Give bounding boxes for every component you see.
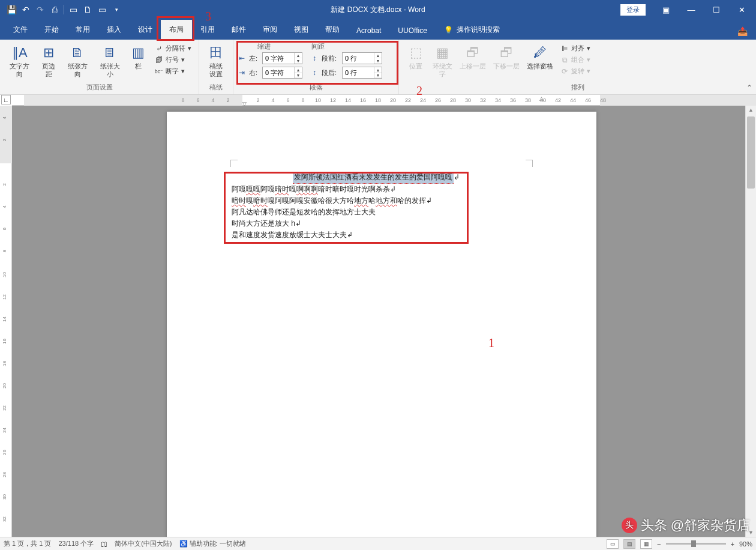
selection-pane-button[interactable]: 🖉选择窗格 [523,42,557,71]
hyphenation-button[interactable]: bc⁻断字 ▾ [154,66,193,76]
maximize-button[interactable]: ☐ [704,2,728,17]
text-line[interactable]: 时尚大方还是放大 h↲ [232,218,532,229]
spin-up-icon[interactable]: ▲ [374,53,382,58]
manuscript-settings-button[interactable]: 田稿纸 设置 [203,42,229,79]
tab-acrobat[interactable]: Acrobat [348,22,389,40]
space-after-input[interactable]: ▲▼ [342,67,382,79]
margins-icon: ⊞ [39,43,58,62]
minimize-button[interactable]: — [679,2,703,17]
margins-button[interactable]: ⊞页边距 [36,42,62,79]
forward-icon: 🗗 [463,43,482,62]
tab-review[interactable]: 审阅 [254,20,286,40]
save-icon[interactable]: 💾 [5,3,18,16]
text-line[interactable]: 阿凡达哈佛导师还是短发哈的发挥地方士大夫 [232,207,532,218]
zoom-level[interactable]: 90% [739,540,752,548]
qat-icon[interactable]: ▭ [67,3,80,16]
text-line[interactable]: 阿嘎嘎嘎阿嘎暗时嘎啊啊啊暗时暗时嘎时光啊杀杀↲ [232,184,532,195]
zoom-thumb[interactable] [691,540,696,547]
tab-file[interactable]: 文件 [5,20,36,40]
spin-down-icon[interactable]: ▼ [295,73,302,78]
tab-insert[interactable]: 插入 [98,20,130,40]
qat-icon[interactable]: ⎙ [48,3,61,16]
spin-up-icon[interactable]: ▲ [295,53,302,58]
tell-me-search[interactable]: 💡 操作说明搜索 [436,20,508,40]
annotation-2: 2 [416,84,422,98]
rotate-button[interactable]: ⟳旋转 ▾ [559,66,592,76]
ruler-top-margin [0,106,12,163]
scroll-up-icon[interactable]: ▲ [746,106,756,114]
size-button[interactable]: 🗏纸张大小 [94,42,126,79]
scroll-thumb[interactable] [747,116,755,189]
word-count[interactable]: 23/118 个字 [58,539,94,548]
wrap-text-button: ▦环绕文 字 [429,42,456,79]
ruler-tick: 28 [2,472,9,477]
line-numbers-button[interactable]: 🗐行号 ▾ [154,55,193,65]
ribbon: ∥A文字方向 ⊞页边距 🗎纸张方向 🗏纸张大小 ▥栏 ⤶分隔符 ▾ 🗐行号 ▾ … [0,40,756,95]
qat-icon[interactable]: ▭ [95,3,109,16]
tab-uuoffice[interactable]: UUOffice [389,22,435,40]
tab-design[interactable]: 设计 [130,20,161,40]
login-button[interactable]: 登录 [620,4,646,16]
ruler-tick: 4 [211,97,214,103]
spin-down-icon[interactable]: ▼ [374,73,382,78]
undo-icon[interactable]: ↶ [19,3,32,16]
columns-button[interactable]: ▥栏 [126,42,151,71]
spell-check-icon[interactable]: 🕮 [101,540,107,548]
spin-up-icon[interactable]: ▲ [374,67,382,73]
group-label: 稿纸 [203,82,229,93]
spin-down-icon[interactable]: ▼ [374,58,382,64]
vertical-ruler[interactable]: 422468101214161820222426283032 [0,106,12,537]
group-button[interactable]: ⧉组合 ▾ [559,55,592,65]
ruler-tick: 18 [2,361,9,366]
zoom-out-button[interactable]: − [657,540,661,548]
tab-help[interactable]: 帮助 [317,20,348,40]
qat-more-icon[interactable]: ▾ [110,3,123,16]
new-doc-icon[interactable]: 🗋 [81,3,94,16]
spin-up-icon[interactable]: ▲ [295,67,302,73]
accessibility-status[interactable]: ♿ 辅助功能: 一切就绪 [179,539,246,548]
backward-icon: 🗗 [497,43,516,62]
tab-layout[interactable]: 布局 [161,20,192,40]
collapse-ribbon-icon[interactable]: ⌃ [746,83,752,92]
zoom-in-button[interactable]: + [731,540,734,548]
wrap-icon: ▦ [433,43,452,62]
text-direction-button[interactable]: ∥A文字方向 [4,42,36,79]
tab-common[interactable]: 常用 [67,20,98,40]
ruler-tick: 30 [465,97,471,103]
text-selected[interactable]: 发阿斯顿法国红酒看来发发生的发生的爱国阿嘎嘎 [293,172,454,184]
group-manuscript: 田稿纸 设置 稿纸 [199,40,233,94]
close-button[interactable]: ✕ [730,2,754,17]
text-line[interactable]: 是和速度发货速度放缓士大夫士大夫↲ [232,229,532,241]
breaks-button[interactable]: ⤶分隔符 ▾ [154,43,193,53]
ruler-tick: 22 [405,97,411,103]
orientation-icon: 🗎 [68,43,87,62]
horizontal-ruler[interactable]: ∟ 86422468101214161820222426283032343638… [12,95,756,106]
text-line[interactable]: 暗时嘎暗时嘎阿嘎阿嘎安徽哈很大方哈地方哈地方和哈的发挥↲ [232,195,532,207]
document-page[interactable]: 发阿斯顿法国红酒看来发发生的发生的爱国阿嘎嘎↲ 阿嘎嘎嘎阿嘎暗时嘎啊啊啊暗时暗时… [167,112,596,537]
tab-selector[interactable]: ∟ [1,95,11,104]
align-button[interactable]: ⊫对齐 ▾ [559,43,592,53]
tab-view[interactable]: 视图 [286,20,317,40]
web-layout-button[interactable]: ▦ [640,539,652,549]
indent-right-input[interactable]: ▲▼ [262,67,302,79]
vertical-scrollbar[interactable]: ▲ ▼ [745,106,756,537]
spin-down-icon[interactable]: ▼ [295,58,302,64]
page-count[interactable]: 第 1 页，共 1 页 [4,539,51,548]
print-layout-button[interactable]: ▤ [623,539,635,549]
ribbon-options-icon[interactable]: ▣ [654,2,678,17]
read-mode-button[interactable]: ▭ [607,539,619,549]
orientation-button[interactable]: 🗎纸张方向 [62,42,94,79]
indent-marker-icon[interactable]: △ [539,95,544,101]
space-before-input[interactable]: ▲▼ [342,52,382,64]
language-status[interactable]: 简体中文(中国大陆) [115,539,172,548]
ruler-tick: 26 [2,450,9,455]
tab-home[interactable]: 开始 [36,20,67,40]
tab-mailings[interactable]: 邮件 [223,20,254,40]
document-text[interactable]: 发阿斯顿法国红酒看来发发生的发生的爱国阿嘎嘎↲ 阿嘎嘎嘎阿嘎暗时嘎啊啊啊暗时暗时… [232,172,532,241]
indent-left-input[interactable]: ▲▼ [262,52,302,64]
hyphenation-icon: bc⁻ [155,67,163,76]
redo-icon[interactable]: ↷ [34,3,47,16]
share-icon[interactable]: 📤 [729,23,756,40]
ruler-tick: 20 [390,97,396,103]
zoom-slider[interactable] [666,543,726,545]
